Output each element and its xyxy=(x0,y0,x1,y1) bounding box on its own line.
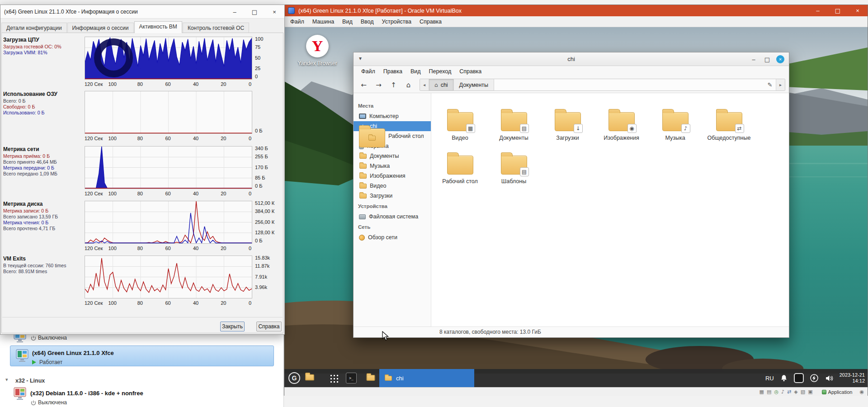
window-menu-chevron-icon[interactable]: ▾ xyxy=(359,55,362,62)
fm-file-area[interactable]: ▦Видео▤Документы↓Загрузки◉Изображения♪Му… xyxy=(431,93,789,327)
volume-icon[interactable] xyxy=(825,374,834,382)
mouse-integration-icon[interactable]: ◉ xyxy=(859,389,864,395)
close-button[interactable]: × xyxy=(848,5,868,16)
vb-device-status-icon[interactable]: ◎ xyxy=(774,389,778,394)
maximize-button[interactable]: □ xyxy=(763,56,772,63)
menu-devices[interactable]: Устройства xyxy=(378,19,415,25)
computer-icon xyxy=(359,114,366,119)
sidebar-item[interactable]: Документы xyxy=(354,151,431,161)
power-manager-icon[interactable] xyxy=(810,374,819,383)
close-button[interactable]: × xyxy=(264,5,284,19)
sidebar-item[interactable]: Музыка xyxy=(354,161,431,171)
group-collapse-icon[interactable]: ▾ xyxy=(5,377,8,383)
menu-input[interactable]: Ввод xyxy=(357,19,378,25)
menu-view[interactable]: Вид xyxy=(338,19,357,25)
drive-icon xyxy=(359,214,366,219)
folder-item[interactable]: ▤Документы xyxy=(487,106,541,149)
sidebar-item[interactable]: Изображения xyxy=(354,171,431,181)
menu-help[interactable]: Справка xyxy=(455,68,486,75)
home-button[interactable]: ⌂ xyxy=(402,79,415,91)
fm-titlebar[interactable]: ▾ chi – □ × xyxy=(354,52,789,66)
help-button[interactable]: Справка xyxy=(256,322,282,331)
path-scroll-right-icon[interactable]: ▸ xyxy=(776,79,785,90)
fm-status-text: 8 каталогов, свободного места: 13.0 ГиБ xyxy=(439,329,541,335)
chart-legend-entry: Метрика передачи: 0 Б xyxy=(3,165,84,171)
folder-item[interactable]: ▤Шаблоны xyxy=(487,149,541,193)
chart-legend-entry: Всего: 88.91M times xyxy=(3,269,84,274)
folder-item[interactable]: Рабочий стол xyxy=(433,149,487,193)
vb-device-status-icon[interactable]: ⇄ xyxy=(787,389,791,394)
folder-image-icon xyxy=(359,173,367,180)
up-button[interactable]: ↑ xyxy=(387,79,400,91)
applications-menu-button[interactable]: G xyxy=(288,372,300,384)
folder-item[interactable]: ◉Изображения xyxy=(594,106,648,149)
vb-device-status-icon[interactable]: ▤ xyxy=(767,389,771,394)
vb-device-status-icon[interactable]: ▦ xyxy=(760,389,764,394)
folder-item[interactable]: ⇄Общедоступные xyxy=(702,106,756,149)
app-grid-icon[interactable] xyxy=(329,374,338,383)
x-axis-tick: 60 xyxy=(165,81,170,87)
path-segment-documents[interactable]: Документы xyxy=(454,79,494,90)
minimize-button[interactable]: – xyxy=(749,56,758,63)
vm-name[interactable]: (x32) Debian 11.6.0 - i386 - kde + nonfr… xyxy=(30,390,143,397)
menu-file[interactable]: Файл xyxy=(286,19,308,25)
forward-button[interactable]: → xyxy=(372,79,385,91)
vm-group-header[interactable]: x32 - Linux xyxy=(15,378,45,384)
fm-toolbar: ← → ↑ ⌂ ◂ ⌂ chi Документы ✎ ▸ xyxy=(354,77,789,93)
notifications-bell-icon[interactable] xyxy=(780,374,788,382)
tab-config-details[interactable]: Детали конфигурации xyxy=(1,23,67,33)
sidebar-item[interactable]: Видео xyxy=(354,181,431,191)
window-titlebar[interactable]: (x64) Green Linux 21.1.0 Xfce - Информац… xyxy=(0,5,284,19)
guest-screen[interactable]: Y Yandex Browser ▾ chi – □ × Файл Правка… xyxy=(284,27,868,374)
menu-machine[interactable]: Машина xyxy=(308,19,338,25)
menu-go[interactable]: Переход xyxy=(425,68,456,75)
clock[interactable]: 2023-12-21 14:12 xyxy=(840,372,865,384)
tab-session-info[interactable]: Информация о сессии xyxy=(67,23,134,33)
x-axis-tick: 0 xyxy=(249,191,251,196)
vb-device-status-icon[interactable]: ▧ xyxy=(801,389,805,394)
minimize-button[interactable]: – xyxy=(808,5,828,16)
vb-titlebar[interactable]: (x64) Green Linux 21.1.0 Xfce [Работает]… xyxy=(284,5,868,16)
x-axis-tick: 0 xyxy=(249,246,251,251)
sidebar-item[interactable]: Рабочий стол xyxy=(354,131,431,141)
sidebar-item[interactable]: Компьютер xyxy=(354,111,431,121)
maximize-button[interactable]: □ xyxy=(245,5,264,19)
maximize-button[interactable]: □ xyxy=(828,5,848,16)
file-manager-launcher-icon[interactable] xyxy=(305,374,314,381)
sidebar-item[interactable]: Обзор сети xyxy=(354,232,431,242)
back-button[interactable]: ← xyxy=(357,79,370,91)
path-segment-home[interactable]: ⌂ chi xyxy=(429,79,454,90)
files-launcher-icon[interactable] xyxy=(366,375,375,381)
sidebar-item-label: Музыка xyxy=(370,163,390,169)
vb-window-title: (x64) Green Linux 21.1.0 Xfce [Работает]… xyxy=(298,8,462,14)
folder-down-icon xyxy=(359,193,367,199)
close-dialog-button[interactable]: Закрыть xyxy=(220,322,245,331)
clock-time: 14:12 xyxy=(840,378,865,384)
sidebar-item[interactable]: Файловая система xyxy=(354,212,431,222)
keyboard-layout-indicator[interactable]: RU xyxy=(765,375,774,382)
minimize-button[interactable]: – xyxy=(225,5,245,19)
folder-item[interactable]: ↓Загрузки xyxy=(541,106,594,149)
close-button[interactable]: × xyxy=(776,55,784,63)
tab-guest-control[interactable]: Контроль гостевой ОС xyxy=(183,23,249,33)
desktop-shortcut-yandex[interactable]: Y Yandex Browser xyxy=(290,35,344,66)
folder-label: Изображения xyxy=(604,135,639,141)
disk-chart-yaxis: 512,00 К384,00 К256,00 К128,00 К0 Б xyxy=(254,201,283,244)
tab-vm-activity[interactable]: Активность ВМ xyxy=(134,21,182,33)
terminal-launcher-icon[interactable]: >_ xyxy=(346,373,357,383)
folder-item[interactable]: ▦Видео xyxy=(433,106,487,149)
taskbar-window-button[interactable]: chi xyxy=(379,369,474,387)
sidebar-item[interactable]: Загрузки xyxy=(354,191,431,201)
menu-file[interactable]: Файл xyxy=(357,68,379,75)
menu-edit[interactable]: Правка xyxy=(379,68,406,75)
clipboard-tray-icon[interactable] xyxy=(794,373,804,383)
vb-device-status-icon[interactable]: ◈ xyxy=(794,389,797,394)
menu-help[interactable]: Справка xyxy=(415,19,446,25)
edit-path-icon[interactable]: ✎ xyxy=(764,79,776,90)
vb-device-status-icon[interactable]: ♪ xyxy=(781,389,784,394)
vm-list-item-selected[interactable]: (x64) Green Linux 21.1.0 Xfce Работает xyxy=(10,345,274,366)
path-scroll-left-icon[interactable]: ◂ xyxy=(420,79,429,90)
menu-view[interactable]: Вид xyxy=(406,68,425,75)
folder-item[interactable]: ♪Музыка xyxy=(648,106,702,149)
vb-device-status-icon[interactable]: ▣ xyxy=(808,389,812,394)
